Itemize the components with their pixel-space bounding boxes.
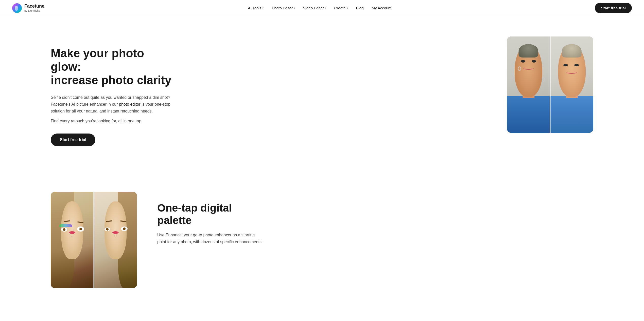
section-divider: [0, 166, 644, 182]
chevron-down-icon: ▾: [262, 7, 264, 9]
nav-label-create: Create: [334, 6, 345, 10]
logo[interactable]: Facetune by Lightricks: [12, 3, 44, 13]
main-nav: AI Tools ▾ Photo Editor ▾ Video Editor ▾…: [244, 4, 395, 12]
lips-left: [69, 231, 75, 234]
smile-before: [523, 67, 534, 70]
eye-left-after: [564, 64, 568, 66]
nav-item-create[interactable]: Create ▾: [330, 4, 351, 12]
hero-title: Make your photo glow: increase photo cla…: [51, 47, 172, 87]
before-photo: [507, 36, 550, 133]
face-before: [515, 44, 543, 97]
hero-start-trial-button[interactable]: Start free trial: [51, 134, 95, 146]
iris-left: [63, 228, 65, 231]
nav-item-video-editor[interactable]: Video Editor ▾: [300, 4, 329, 12]
brand-sub: by Lightricks: [24, 9, 44, 12]
earring-right-after: [588, 77, 591, 82]
nav-item-ai-tools[interactable]: AI Tools ▾: [244, 4, 267, 12]
photo-editor-link[interactable]: photo editor: [119, 102, 141, 106]
hero-before-after-image: [507, 36, 593, 133]
eye-right-natural: [121, 226, 128, 231]
logo-svg: [12, 3, 22, 13]
chevron-down-icon: ▾: [294, 7, 295, 9]
nav-label-ai-tools: AI Tools: [248, 6, 261, 10]
split-photo: [507, 36, 593, 133]
eye-right-makeup: [77, 226, 84, 232]
second-content: One-tap digital palette Use Enhance, you…: [157, 192, 264, 245]
shirt-after: [550, 96, 593, 133]
logo-icon: [12, 3, 22, 13]
eye-white-right: [77, 226, 84, 232]
after-photo: [550, 36, 593, 133]
eye-right-after: [574, 64, 579, 66]
hero-section: Make your photo glow: increase photo cla…: [0, 16, 644, 166]
nav-label-video-editor: Video Editor: [303, 6, 324, 10]
eye-white-left-natural: [105, 228, 110, 231]
earring-left: [518, 66, 521, 71]
second-title: One-tap digital palette: [157, 202, 264, 226]
eye-right: [532, 60, 536, 63]
hair-after: [562, 44, 582, 57]
navbar: Facetune by Lightricks AI Tools ▾ Photo …: [0, 0, 644, 16]
eyes-before: [521, 60, 536, 63]
before-after-divider-second: [94, 192, 94, 288]
smile-after: [567, 71, 577, 74]
face-after: [558, 44, 586, 97]
iris-left-natural: [106, 228, 109, 231]
nav-label-blog: Blog: [356, 6, 364, 10]
eye-left: [521, 60, 525, 63]
brand-name: Facetune: [24, 4, 44, 9]
before-after-divider: [550, 36, 551, 133]
second-section: One-tap digital palette Use Enhance, you…: [0, 182, 644, 298]
nav-item-photo-editor[interactable]: Photo Editor ▾: [268, 4, 299, 12]
nav-start-trial-button[interactable]: Start free trial: [595, 3, 632, 13]
second-description: Use Enhance, your go-to photo enhancer a…: [157, 232, 264, 245]
eye-left-makeup: [61, 228, 67, 232]
eye-white-right-natural: [121, 226, 128, 231]
chevron-down-icon: ▾: [347, 7, 348, 9]
eye-left-natural: [105, 228, 110, 231]
eye-white-left: [61, 228, 67, 232]
iris-right-natural: [123, 228, 126, 230]
iris-right: [79, 228, 82, 230]
photo-after-half: [550, 36, 593, 133]
eyeshadow-colorful: [59, 224, 72, 227]
photo-before-half: [507, 36, 550, 133]
earring-right: [542, 77, 545, 82]
second-before-after-image: [51, 192, 137, 288]
nav-label-photo-editor: Photo Editor: [272, 6, 293, 10]
hair-before: [519, 44, 538, 57]
chevron-down-icon: ▾: [325, 7, 326, 9]
logo-text: Facetune by Lightricks: [24, 4, 44, 12]
hero-content: Make your photo glow: increase photo cla…: [51, 36, 172, 146]
svg-point-1: [15, 6, 18, 11]
nav-item-blog[interactable]: Blog: [353, 4, 367, 12]
nav-item-my-account[interactable]: My Account: [368, 4, 395, 12]
nav-label-my-account: My Account: [372, 6, 392, 10]
shirt-before: [507, 96, 550, 133]
navbar-actions: Start free trial: [595, 3, 632, 13]
hero-tagline: Find every retouch you're looking for, a…: [51, 118, 172, 124]
hero-description: Selfie didn't come out quite as you want…: [51, 94, 172, 115]
lips-right: [112, 231, 119, 234]
